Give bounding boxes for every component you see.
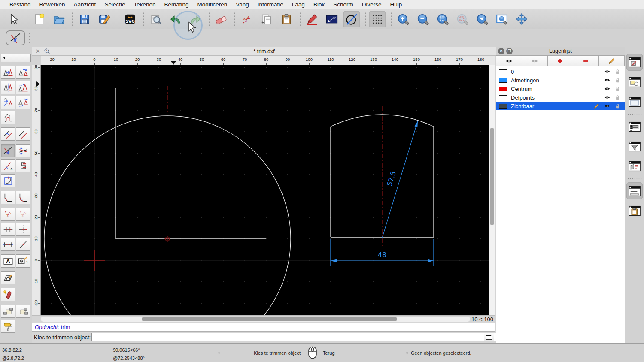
layer-visibility-icon[interactable] xyxy=(604,68,611,75)
section-widget-button[interactable] xyxy=(626,157,643,175)
tool-stretch[interactable] xyxy=(1,238,15,251)
tool-text-edit[interactable]: A xyxy=(1,254,15,268)
layer-color-swatch[interactable] xyxy=(499,87,507,91)
library-browser-widget-button[interactable] xyxy=(626,118,643,135)
layer-visibility-icon[interactable] xyxy=(604,77,611,84)
layer-visibility-icon[interactable] xyxy=(604,85,611,92)
print-preview-button[interactable] xyxy=(148,11,164,27)
layer-color-swatch[interactable] xyxy=(499,78,507,83)
preview-widget-button[interactable] xyxy=(626,93,643,110)
layer-plus-button[interactable] xyxy=(548,55,574,66)
paste-button[interactable] xyxy=(278,11,295,27)
layer-row-afmetingen[interactable]: Afmetingen xyxy=(496,76,625,84)
zoom-auto-button[interactable] xyxy=(434,11,451,27)
horizontal-scrollbar[interactable] xyxy=(41,317,470,322)
tool-lengthen[interactable]: x xyxy=(1,159,15,172)
cut-button[interactable]: ✂ xyxy=(239,11,255,27)
layer-row-0[interactable]: 0 xyxy=(496,67,625,76)
save-as-button[interactable] xyxy=(96,11,112,27)
redo-button[interactable] xyxy=(187,11,204,27)
tool-trim-two[interactable] xyxy=(16,144,30,157)
layer-row-defpoints[interactable]: Defpoints xyxy=(496,93,625,102)
drawing-canvas[interactable]: 57.548 xyxy=(41,65,489,315)
tool-explode[interactable] xyxy=(1,288,15,301)
tool-divide[interactable] xyxy=(1,223,15,236)
layer-lock-icon[interactable] xyxy=(614,103,621,109)
tool-dimension-edit[interactable]: .1 xyxy=(16,254,30,268)
pointer-button[interactable] xyxy=(5,11,21,27)
tool-divide-dashed[interactable] xyxy=(16,223,30,236)
undo-button[interactable] xyxy=(167,11,184,27)
layer-lock-icon[interactable] xyxy=(614,77,621,84)
tool-cut-entity[interactable]: ✂ xyxy=(1,208,15,221)
tool-modify-attributes[interactable] xyxy=(1,111,15,124)
layer-edit-pencil-icon[interactable] xyxy=(593,103,600,109)
pan-button[interactable] xyxy=(513,11,530,27)
layer-pencil-small-button[interactable] xyxy=(599,55,625,66)
horizontal-scrollbar-thumb[interactable] xyxy=(142,317,397,321)
tool-block-copy[interactable] xyxy=(16,305,30,318)
layer-color-swatch[interactable] xyxy=(499,69,507,74)
menu-laag[interactable]: Laag xyxy=(288,0,309,9)
vertical-scrollbar[interactable] xyxy=(489,65,495,315)
layer-visibility-icon[interactable] xyxy=(604,94,611,101)
tool-paint-properties[interactable] xyxy=(1,320,15,333)
tool-edit-polyline[interactable] xyxy=(16,159,30,172)
open-file-button[interactable] xyxy=(51,11,67,27)
menu-vang[interactable]: Vang xyxy=(231,0,253,9)
layer-lock-icon[interactable] xyxy=(614,86,621,92)
command-window-toggle-button[interactable] xyxy=(484,333,494,341)
menu-tekenen[interactable]: Tekenen xyxy=(129,0,160,9)
tool-cut-entity-faded[interactable]: ✂ xyxy=(16,208,30,221)
zoom-previous-button[interactable] xyxy=(474,11,490,27)
command-input[interactable] xyxy=(91,333,515,341)
layer-row-centrum[interactable]: Centrum xyxy=(496,84,625,93)
tool-rotate[interactable] xyxy=(16,66,30,79)
snap-grid-button[interactable] xyxy=(369,11,386,27)
tool-mirror[interactable] xyxy=(1,81,15,94)
trim-round-button[interactable] xyxy=(343,11,360,27)
tool-move-rotate[interactable] xyxy=(1,96,15,109)
tool-rotate-two[interactable] xyxy=(16,96,30,109)
layer-visibility-icon[interactable] xyxy=(604,103,611,109)
layer-row-zichtbaar[interactable]: Zichtbaar xyxy=(496,102,625,110)
layer-lock-icon[interactable] xyxy=(614,69,621,75)
layer-eye-button[interactable] xyxy=(496,55,522,66)
save-button[interactable] xyxy=(76,11,93,27)
menu-modificeren[interactable]: Modificeren xyxy=(193,0,232,9)
menu-informatie[interactable]: Informatie xyxy=(253,0,288,9)
menu-blok[interactable]: Blok xyxy=(309,0,329,9)
tool-offset-point[interactable] xyxy=(16,127,30,141)
measure-distance-button[interactable] xyxy=(324,11,340,27)
layer-color-swatch[interactable] xyxy=(499,95,507,100)
menu-scherm[interactable]: Scherm xyxy=(329,0,358,9)
tool-corner-round[interactable] xyxy=(16,191,30,204)
vertical-scrollbar-thumb[interactable] xyxy=(490,128,494,225)
copy-button[interactable] xyxy=(258,11,275,27)
layer-minus-button[interactable] xyxy=(573,55,599,66)
zoom-out-button[interactable] xyxy=(415,11,431,27)
edit-entity-button[interactable] xyxy=(304,11,320,27)
tool-scale[interactable] xyxy=(16,81,30,94)
new-document-button[interactable] xyxy=(31,11,47,27)
zoom-selection-button[interactable] xyxy=(454,11,471,27)
block-list-widget-button[interactable] xyxy=(626,73,643,90)
menu-selectie[interactable]: Selectie xyxy=(100,0,129,9)
export-svg-button[interactable]: SVG xyxy=(122,11,138,27)
filter-widget-button[interactable] xyxy=(626,138,643,155)
palette-back-button[interactable] xyxy=(1,54,31,62)
delete-entities-button[interactable] xyxy=(213,11,229,27)
menu-bewerken[interactable]: Bewerken xyxy=(35,0,70,9)
command-widget-button[interactable] xyxy=(626,182,643,199)
tool-break-point[interactable] xyxy=(16,238,30,251)
layer-list-widget-button[interactable] xyxy=(626,54,643,71)
tool-arc-options[interactable] xyxy=(1,174,15,187)
menu-bemating[interactable]: Bemating xyxy=(160,0,193,9)
clipboard-widget-button[interactable] xyxy=(626,202,643,219)
tool-corner-bevel[interactable] xyxy=(1,191,15,204)
menu-bestand[interactable]: Bestand xyxy=(5,0,35,9)
current-tool-button[interactable] xyxy=(6,30,25,45)
menu-diverse[interactable]: Diverse xyxy=(358,0,386,9)
tool-block-edit[interactable] xyxy=(1,305,15,318)
tool-offset-orthogonal[interactable] xyxy=(1,127,15,141)
